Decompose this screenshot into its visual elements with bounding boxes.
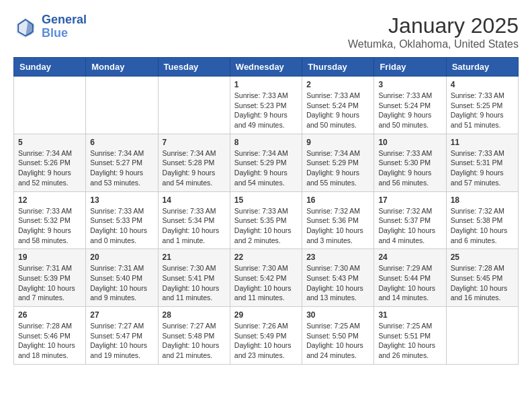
day-number: 25	[451, 253, 514, 262]
calendar-cell: 9Sunrise: 7:34 AM Sunset: 5:29 PM Daylig…	[302, 134, 374, 191]
calendar-cell: 21Sunrise: 7:30 AM Sunset: 5:41 PM Dayli…	[158, 249, 230, 307]
page-subtitle: Wetumka, Oklahoma, United States	[348, 38, 519, 50]
day-info: Sunrise: 7:33 AM Sunset: 5:31 PM Dayligh…	[451, 148, 514, 188]
calendar-cell: 8Sunrise: 7:34 AM Sunset: 5:29 PM Daylig…	[230, 134, 302, 191]
day-info: Sunrise: 7:34 AM Sunset: 5:29 PM Dayligh…	[306, 148, 369, 188]
calendar-cell: 31Sunrise: 7:25 AM Sunset: 5:51 PM Dayli…	[374, 307, 446, 365]
day-number: 29	[234, 310, 298, 320]
day-info: Sunrise: 7:33 AM Sunset: 5:32 PM Dayligh…	[18, 206, 81, 246]
day-number: 5	[18, 138, 81, 147]
day-number: 10	[378, 138, 441, 147]
day-info: Sunrise: 7:30 AM Sunset: 5:42 PM Dayligh…	[234, 263, 298, 303]
day-info: Sunrise: 7:27 AM Sunset: 5:47 PM Dayligh…	[90, 321, 153, 361]
day-info: Sunrise: 7:34 AM Sunset: 5:28 PM Dayligh…	[163, 148, 226, 188]
calendar-cell	[158, 77, 230, 134]
day-info: Sunrise: 7:31 AM Sunset: 5:39 PM Dayligh…	[18, 263, 81, 303]
day-number: 26	[18, 310, 81, 320]
calendar-cell: 2Sunrise: 7:33 AM Sunset: 5:24 PM Daylig…	[302, 77, 374, 134]
weekday-header-saturday: Saturday	[446, 58, 518, 77]
day-info: Sunrise: 7:28 AM Sunset: 5:46 PM Dayligh…	[18, 321, 81, 361]
day-info: Sunrise: 7:33 AM Sunset: 5:24 PM Dayligh…	[306, 91, 369, 130]
day-info: Sunrise: 7:30 AM Sunset: 5:43 PM Dayligh…	[306, 263, 369, 303]
calendar-cell	[14, 77, 86, 134]
day-info: Sunrise: 7:32 AM Sunset: 5:38 PM Dayligh…	[451, 206, 514, 246]
calendar-cell: 6Sunrise: 7:34 AM Sunset: 5:27 PM Daylig…	[86, 134, 158, 191]
day-number: 3	[378, 80, 441, 89]
calendar-cell: 20Sunrise: 7:31 AM Sunset: 5:40 PM Dayli…	[86, 249, 158, 307]
day-info: Sunrise: 7:33 AM Sunset: 5:24 PM Dayligh…	[378, 91, 441, 130]
day-number: 24	[378, 253, 441, 262]
day-info: Sunrise: 7:33 AM Sunset: 5:23 PM Dayligh…	[234, 91, 298, 130]
day-number: 22	[234, 253, 298, 262]
day-number: 6	[90, 138, 153, 147]
calendar-cell: 19Sunrise: 7:31 AM Sunset: 5:39 PM Dayli…	[14, 249, 86, 307]
weekday-header-sunday: Sunday	[14, 58, 86, 77]
logo-line1: General	[42, 13, 87, 26]
logo-line2: Blue	[42, 27, 87, 40]
day-number: 2	[306, 80, 369, 89]
calendar-cell: 10Sunrise: 7:33 AM Sunset: 5:30 PM Dayli…	[374, 134, 446, 191]
calendar-cell: 5Sunrise: 7:34 AM Sunset: 5:26 PM Daylig…	[14, 134, 86, 191]
day-number: 4	[451, 80, 514, 89]
day-number: 19	[18, 253, 81, 262]
calendar-week-1: 1Sunrise: 7:33 AM Sunset: 5:23 PM Daylig…	[14, 77, 519, 134]
day-info: Sunrise: 7:26 AM Sunset: 5:49 PM Dayligh…	[234, 321, 298, 361]
day-number: 16	[306, 195, 369, 205]
day-number: 30	[306, 310, 369, 320]
calendar-cell: 1Sunrise: 7:33 AM Sunset: 5:23 PM Daylig…	[230, 77, 302, 134]
calendar-cell: 3Sunrise: 7:33 AM Sunset: 5:24 PM Daylig…	[374, 77, 446, 134]
calendar-cell: 28Sunrise: 7:27 AM Sunset: 5:48 PM Dayli…	[158, 307, 230, 365]
logo: General Blue	[13, 13, 87, 40]
calendar-cell	[86, 77, 158, 134]
calendar-week-2: 5Sunrise: 7:34 AM Sunset: 5:26 PM Daylig…	[14, 134, 519, 191]
calendar-cell: 18Sunrise: 7:32 AM Sunset: 5:38 PM Dayli…	[446, 191, 518, 249]
day-info: Sunrise: 7:32 AM Sunset: 5:37 PM Dayligh…	[378, 206, 441, 246]
calendar-cell: 24Sunrise: 7:29 AM Sunset: 5:44 PM Dayli…	[374, 249, 446, 307]
day-number: 28	[163, 310, 226, 320]
day-number: 13	[90, 195, 153, 205]
calendar-week-4: 19Sunrise: 7:31 AM Sunset: 5:39 PM Dayli…	[14, 249, 519, 307]
day-number: 11	[451, 138, 514, 147]
day-number: 8	[234, 138, 298, 147]
calendar-cell: 30Sunrise: 7:25 AM Sunset: 5:50 PM Dayli…	[302, 307, 374, 365]
calendar-week-5: 26Sunrise: 7:28 AM Sunset: 5:46 PM Dayli…	[14, 307, 519, 365]
day-number: 21	[163, 253, 226, 262]
day-number: 1	[234, 80, 298, 89]
day-info: Sunrise: 7:29 AM Sunset: 5:44 PM Dayligh…	[378, 263, 441, 303]
day-info: Sunrise: 7:34 AM Sunset: 5:29 PM Dayligh…	[234, 148, 298, 188]
calendar-cell	[446, 307, 518, 365]
page-title: January 2025	[348, 13, 519, 38]
calendar-cell: 16Sunrise: 7:32 AM Sunset: 5:36 PM Dayli…	[302, 191, 374, 249]
logo-text: General Blue	[42, 13, 87, 40]
calendar-cell: 29Sunrise: 7:26 AM Sunset: 5:49 PM Dayli…	[230, 307, 302, 365]
day-number: 17	[378, 195, 441, 205]
calendar-cell: 13Sunrise: 7:33 AM Sunset: 5:33 PM Dayli…	[86, 191, 158, 249]
day-info: Sunrise: 7:25 AM Sunset: 5:50 PM Dayligh…	[306, 321, 369, 361]
weekday-header-monday: Monday	[86, 58, 158, 77]
weekday-header-thursday: Thursday	[302, 58, 374, 77]
day-info: Sunrise: 7:31 AM Sunset: 5:40 PM Dayligh…	[90, 263, 153, 303]
calendar-cell: 26Sunrise: 7:28 AM Sunset: 5:46 PM Dayli…	[14, 307, 86, 365]
day-info: Sunrise: 7:32 AM Sunset: 5:36 PM Dayligh…	[306, 206, 369, 246]
page-header: General Blue January 2025 Wetumka, Oklah…	[13, 13, 519, 50]
calendar-table: SundayMondayTuesdayWednesdayThursdayFrid…	[13, 57, 519, 365]
calendar-cell: 12Sunrise: 7:33 AM Sunset: 5:32 PM Dayli…	[14, 191, 86, 249]
calendar-week-3: 12Sunrise: 7:33 AM Sunset: 5:32 PM Dayli…	[14, 191, 519, 249]
day-info: Sunrise: 7:28 AM Sunset: 5:45 PM Dayligh…	[451, 263, 514, 303]
day-number: 18	[451, 195, 514, 205]
day-number: 7	[163, 138, 226, 147]
day-info: Sunrise: 7:34 AM Sunset: 5:26 PM Dayligh…	[18, 148, 81, 188]
day-info: Sunrise: 7:33 AM Sunset: 5:30 PM Dayligh…	[378, 148, 441, 188]
day-info: Sunrise: 7:34 AM Sunset: 5:27 PM Dayligh…	[90, 148, 153, 188]
day-info: Sunrise: 7:25 AM Sunset: 5:51 PM Dayligh…	[378, 321, 441, 361]
logo-icon	[13, 15, 38, 39]
weekday-header-wednesday: Wednesday	[230, 58, 302, 77]
day-info: Sunrise: 7:33 AM Sunset: 5:25 PM Dayligh…	[451, 91, 514, 130]
calendar-cell: 15Sunrise: 7:33 AM Sunset: 5:35 PM Dayli…	[230, 191, 302, 249]
weekday-header-tuesday: Tuesday	[158, 58, 230, 77]
day-number: 31	[378, 310, 441, 320]
calendar-cell: 17Sunrise: 7:32 AM Sunset: 5:37 PM Dayli…	[374, 191, 446, 249]
day-info: Sunrise: 7:30 AM Sunset: 5:41 PM Dayligh…	[163, 263, 226, 303]
calendar-cell: 11Sunrise: 7:33 AM Sunset: 5:31 PM Dayli…	[446, 134, 518, 191]
day-number: 20	[90, 253, 153, 262]
